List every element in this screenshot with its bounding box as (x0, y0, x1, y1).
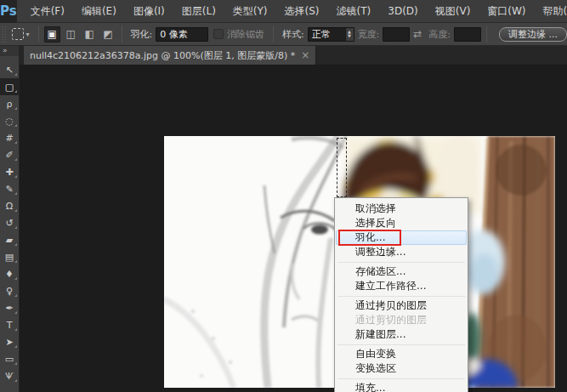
hand-tool[interactable]: Ѱ (0, 367, 19, 384)
rectangular-marquee-tool[interactable]: ▢ (0, 78, 19, 95)
refine-edge-button[interactable]: 调整边缘 ... (499, 27, 567, 42)
subtract-from-selection-button[interactable]: ◧ (82, 26, 98, 43)
menu-separator (337, 344, 465, 345)
separator (38, 26, 39, 43)
new-selection-button[interactable]: ▣ (44, 26, 60, 43)
photoshop-window: Ps 文件(F)编辑(E)图像(I)图层(L)类型(Y)选择(S)滤镜(T)3D… (0, 0, 567, 392)
separator (122, 26, 122, 43)
add-to-selection-button[interactable]: ◫ (63, 26, 79, 43)
menubar-item[interactable]: 帮助(H) (538, 4, 567, 19)
options-bar-grip (2, 26, 6, 43)
menu-bar: Ps 文件(F)编辑(E)图像(I)图层(L)类型(Y)选择(S)滤镜(T)3D… (0, 0, 567, 23)
tool-icon: ↖ (5, 65, 13, 75)
menubar-item[interactable]: 窗口(W) (482, 4, 530, 19)
menubar-item[interactable]: 文件(F) (26, 4, 70, 19)
height-input[interactable] (454, 27, 481, 42)
path-selection-tool[interactable]: ➤ (0, 333, 19, 350)
tool-icon: ✒ (5, 304, 13, 313)
feather-input[interactable] (156, 27, 208, 42)
options-bar: ▾ ▣◫◧◩ 羽化: 消除锯齿 样式: 正常 ▲ ▼ 宽度: ⇄ 高度: 调整边… (0, 23, 567, 46)
blur-tool[interactable]: ♦ (0, 265, 19, 282)
tool-icon: # (5, 134, 13, 143)
style-selected-value: 正常 (309, 28, 345, 41)
menu-bar-items: 文件(F)编辑(E)图像(I)图层(L)类型(Y)选择(S)滤镜(T)3D(D)… (22, 4, 567, 19)
healing-brush-tool[interactable]: ✚ (0, 163, 19, 180)
gradient-tool[interactable]: ▤ (0, 248, 19, 265)
clone-stamp-tool[interactable]: Ω (0, 197, 19, 214)
tools-panel: » ↖▢ρ◌#✐✚✎Ω↺▰▤♦♀✒T➤▭Ѱ (0, 46, 20, 392)
menubar-item[interactable]: 3D(D) (383, 5, 422, 17)
menu-separator (337, 261, 465, 263)
tool-icon: ♀ (6, 287, 13, 296)
menubar-item[interactable]: 图像(I) (128, 4, 170, 19)
marquee-preset-icon[interactable] (12, 28, 24, 40)
eyedropper-tool[interactable]: ✐ (0, 146, 19, 163)
menu-separator (337, 378, 465, 379)
style-stepper[interactable]: ▲ ▼ (345, 28, 354, 41)
tool-icon: ✎ (5, 185, 13, 194)
width-label: 宽度: (358, 28, 380, 41)
tool-icon: ✐ (5, 151, 13, 160)
menu-item-select-inverse[interactable]: 选择反向 (335, 216, 468, 230)
stepper-down-icon: ▼ (348, 34, 351, 38)
menu-item-fill[interactable]: 填充... (335, 381, 468, 392)
menu-item-feather[interactable]: 羽化... (336, 230, 467, 245)
menubar-item[interactable]: 类型(Y) (228, 4, 273, 19)
menu-item-deselect[interactable]: 取消选择 (335, 202, 468, 216)
quick-selection-tool[interactable]: ◌ (0, 112, 19, 129)
intersect-selection-button[interactable]: ◩ (100, 26, 116, 43)
preset-dropdown-arrow-icon[interactable]: ▾ (26, 31, 30, 38)
menu-item-layer-via-copy[interactable]: 通过拷贝的图层 (335, 298, 468, 313)
tool-icon: ▢ (5, 82, 14, 92)
brush-tool[interactable]: ✎ (0, 180, 19, 197)
tool-icon: ➤ (5, 338, 13, 347)
menubar-item[interactable]: 选择(S) (280, 4, 325, 19)
tool-icon: ▰ (6, 236, 13, 245)
width-input[interactable] (383, 27, 410, 42)
menu-item-transform-selection[interactable]: 变换选区 (335, 361, 468, 376)
photoshop-logo: Ps (0, 0, 17, 23)
eraser-tool[interactable]: ▰ (0, 231, 19, 248)
tool-icon: ✚ (5, 168, 13, 177)
selection-mode-icon: ◫ (65, 28, 75, 40)
type-tool[interactable]: T (0, 316, 19, 333)
antialias-label: 消除锯齿 (227, 28, 264, 41)
menu-item-save-selection[interactable]: 存储选区... (335, 264, 468, 279)
document-tab[interactable]: null4c2106212a36378a.jpg @ 100%(图层 1, 图层… (24, 46, 316, 65)
lasso-tool[interactable]: ρ (0, 95, 19, 112)
selection-marquee (337, 138, 347, 197)
dodge-tool[interactable]: ♀ (0, 282, 19, 299)
menubar-item[interactable]: 图层(L) (177, 4, 221, 19)
menu-item-new-layer[interactable]: 新建图层... (335, 327, 468, 342)
canvas-area[interactable] (20, 65, 567, 392)
antialias-checkbox[interactable] (213, 29, 224, 39)
menubar-item[interactable]: 滤镜(T) (332, 4, 377, 19)
tool-icon: Ѱ (5, 372, 13, 381)
move-tool[interactable]: ↖ (0, 61, 19, 78)
tools-list: ↖▢ρ◌#✐✚✎Ω↺▰▤♦♀✒T➤▭Ѱ (0, 61, 19, 384)
menubar-item[interactable]: 视图(V) (430, 4, 476, 19)
selection-mode-buttons: ▣◫◧◩ (44, 26, 116, 43)
tab-close-icon[interactable]: × (301, 49, 309, 61)
menu-separator (337, 295, 465, 297)
history-brush-tool[interactable]: ↺ (0, 214, 19, 231)
tool-icon: ρ (7, 99, 13, 109)
selection-mode-icon: ▣ (47, 28, 56, 40)
rectangle-tool[interactable]: ▭ (0, 350, 19, 367)
context-menu: 取消选择选择反向羽化...调整边缘...存储选区...建立工作路径...通过拷贝… (334, 197, 468, 392)
menu-item-free-transform[interactable]: 自由变换 (335, 347, 468, 361)
separator (486, 26, 487, 43)
document-tab-title: null4c2106212a36378a.jpg @ 100%(图层 1, 图层… (30, 49, 295, 62)
menu-item-make-work-path[interactable]: 建立工作路径... (335, 279, 468, 293)
selection-mode-icon: ◧ (84, 28, 94, 40)
menu-item-refine-edge[interactable]: 调整边缘... (335, 245, 468, 259)
crop-tool[interactable]: # (0, 129, 19, 146)
menubar-item[interactable]: 编辑(E) (77, 4, 122, 19)
menu-item-layer-via-cut: 通过剪切的图层 (335, 313, 468, 327)
document-tab-bar: null4c2106212a36378a.jpg @ 100%(图层 1, 图层… (20, 46, 567, 65)
collapse-panel-icon[interactable]: » (0, 46, 19, 56)
selection-mode-icon: ◩ (103, 28, 112, 40)
pen-tool[interactable]: ✒ (0, 299, 19, 316)
swap-dimensions-icon[interactable]: ⇄ (413, 28, 422, 40)
style-select[interactable]: 正常 ▲ ▼ (308, 27, 354, 42)
